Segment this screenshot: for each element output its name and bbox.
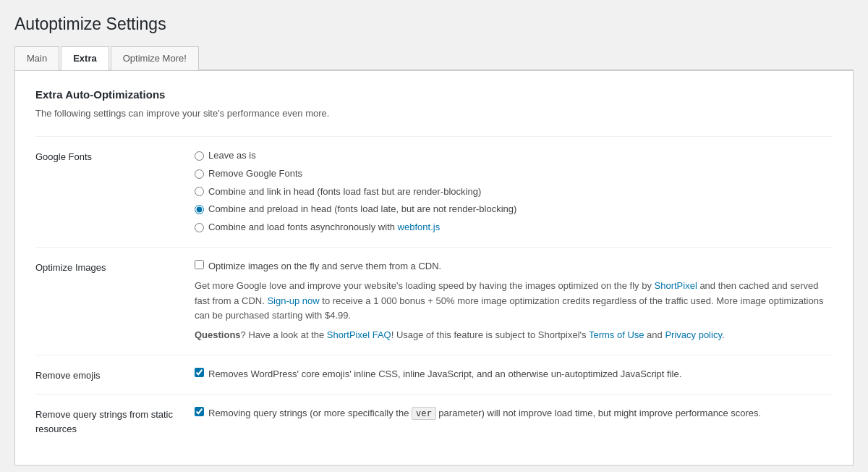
questions-text4: . [722,329,725,340]
signup-link[interactable]: Sign-up now [267,295,319,306]
webfontjs-link[interactable]: webfont.js [398,222,441,232]
optimize-images-label: Optimize Images [35,259,195,343]
questions-bold: Questions [195,329,241,340]
google-fonts-row: Google Fonts Leave as is Remove Google F… [35,136,833,247]
optimize-images-questions: Questions? Have a look at the ShortPixel… [195,328,833,343]
remove-query-strings-checkbox-option: Removing query strings (or more specific… [195,406,833,421]
questions-text2: ! Usage of this feature is subject to Sh… [391,329,589,340]
remove-query-strings-label: Remove query strings from static resourc… [35,406,195,436]
google-fonts-option-combine-preload[interactable]: Combine and preload in head (fonts load … [195,202,833,217]
optimize-images-checkbox-label: Optimize images on the fly and serve the… [208,259,441,274]
google-fonts-option-combine-async[interactable]: Combine and load fonts asynchronously wi… [195,220,833,235]
google-fonts-label: Google Fonts [35,148,195,235]
tab-main[interactable]: Main [14,46,59,70]
google-fonts-radio-combine-link[interactable] [195,187,204,196]
google-fonts-option-combine-link[interactable]: Combine and link in head (fonts load fas… [195,185,833,200]
shortpixel-link[interactable]: ShortPixel [655,280,697,291]
optimize-images-desc1: Get more Google love and improve your we… [195,280,655,291]
optimize-images-row: Optimize Images Optimize images on the f… [35,247,833,355]
remove-query-strings-row: Remove query strings from static resourc… [35,394,833,447]
google-fonts-radio-combine-preload[interactable] [195,205,204,214]
remove-emojis-label: Remove emojis [35,367,195,383]
google-fonts-option-remove-label: Remove Google Fonts [208,167,302,182]
optimize-images-checkbox[interactable] [195,260,204,269]
remove-emojis-checkbox[interactable] [195,368,204,377]
remove-query-strings-content: Removing query strings (or more specific… [195,406,833,436]
tab-optimize-more[interactable]: Optimize More! [111,46,199,70]
tab-bar: Main Extra Optimize More! [14,46,854,70]
ver-code: ver [412,407,436,420]
google-fonts-radio-remove[interactable] [195,169,204,179]
card-title: Extra Auto-Optimizations [35,88,833,101]
google-fonts-option-remove[interactable]: Remove Google Fonts [195,167,833,182]
google-fonts-option-combine-preload-label: Combine and preload in head (fonts load … [208,202,516,217]
tab-extra[interactable]: Extra [61,46,109,70]
google-fonts-option-leave-label: Leave as is [208,148,256,164]
terms-link[interactable]: Terms of Use [589,329,644,340]
remove-query-strings-checkbox[interactable] [195,407,204,416]
page-title: Autoptimize Settings [14,14,854,34]
questions-text3: and [644,329,665,340]
remove-emojis-checkbox-option: Removes WordPress' core emojis' inline C… [195,367,833,382]
optimize-images-description: Get more Google love and improve your we… [195,279,833,324]
google-fonts-option-combine-link-label: Combine and link in head (fonts load fas… [208,185,481,200]
query-strings-text1: Removing query strings (or more specific… [208,408,412,418]
privacy-link[interactable]: Privacy policy [665,329,722,340]
settings-card: Extra Auto-Optimizations The following s… [14,70,854,465]
google-fonts-content: Leave as is Remove Google Fonts Combine … [195,148,833,235]
google-fonts-radio-combine-async[interactable] [195,223,204,232]
remove-emojis-row: Remove emojis Removes WordPress' core em… [35,355,833,395]
remove-emojis-content: Removes WordPress' core emojis' inline C… [195,367,833,383]
google-fonts-radio-leave[interactable] [195,151,204,161]
card-subtitle: The following settings can improve your … [35,108,833,119]
remove-emojis-checkbox-label: Removes WordPress' core emojis' inline C… [208,367,681,382]
google-fonts-option-leave[interactable]: Leave as is [195,148,833,164]
google-fonts-option-combine-async-label: Combine and load fonts asynchronously wi… [208,220,440,235]
questions-text1: ? Have a look at the [241,329,327,340]
google-fonts-radio-group: Leave as is Remove Google Fonts Combine … [195,148,833,235]
query-strings-text2: parameter) will not improve load time, b… [436,408,761,418]
shortpixel-faq-link[interactable]: ShortPixel FAQ [327,329,391,340]
optimize-images-checkbox-option: Optimize images on the fly and serve the… [195,259,833,274]
remove-query-strings-checkbox-label: Removing query strings (or more specific… [208,406,761,421]
optimize-images-content: Optimize images on the fly and serve the… [195,259,833,343]
